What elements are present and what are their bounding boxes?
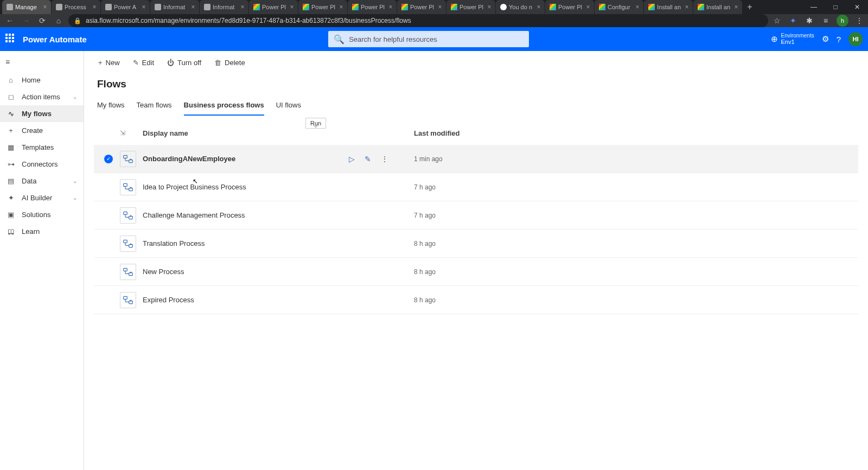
close-icon[interactable]: × [634,3,641,11]
sidebar-item-my-flows[interactable]: ∿My flows [0,105,84,122]
browser-tab[interactable]: Process× [52,0,100,14]
search-input[interactable] [349,35,524,43]
close-icon[interactable]: × [732,3,740,11]
sidebar-item-connectors[interactable]: ⊶Connectors [0,156,84,173]
turn-off-button[interactable]: ⏻Turn off [162,56,207,69]
tab-my-flows[interactable]: My flows [97,98,125,116]
close-icon[interactable]: × [189,3,197,11]
browser-avatar[interactable]: h [837,15,848,27]
sidebar-item-label: Templates [22,143,54,151]
star-icon[interactable]: ☆ [771,16,782,25]
extension-icon[interactable]: ✦ [788,16,799,25]
browser-tab[interactable]: You do n× [496,0,545,14]
browser-tab[interactable]: Power Pl× [545,0,594,14]
close-icon[interactable]: × [140,3,148,11]
tab-team-flows[interactable]: Team flows [137,98,172,116]
hamburger-icon[interactable]: ≡ [0,54,84,72]
home-button[interactable]: ⌂ [52,16,65,25]
close-icon[interactable]: × [535,3,542,11]
browser-tab[interactable]: Power Pl× [298,0,347,14]
close-icon[interactable]: × [683,3,691,11]
browser-tab[interactable]: Install an× [693,0,742,14]
close-icon[interactable]: × [584,3,592,11]
close-window-button[interactable]: ✕ [846,0,868,14]
row-checkbox[interactable] [104,296,113,304]
table-row[interactable]: New Process8 h ago [94,258,858,286]
sidebar-item-create[interactable]: +Create [0,122,84,139]
browser-chrome: Manage×Process×Power A×Informat×Informat… [0,0,868,27]
turn-off-label: Turn off [177,59,201,67]
favicon [451,4,457,10]
back-button[interactable]: ← [3,16,16,25]
browser-tab[interactable]: Power A× [101,0,150,14]
run-icon[interactable]: ▷ [349,155,355,163]
environment-picker[interactable]: ⊕ Environments Env1 [771,33,814,45]
close-icon[interactable]: × [337,3,345,11]
browser-tab[interactable]: Power Pl× [348,0,397,14]
browser-tab[interactable]: Informat× [150,0,199,14]
list-icon[interactable]: ≡ [820,16,831,25]
table-row[interactable]: Idea to Project Business Process7 h ago [94,173,858,201]
sidebar-icon: ✦ [7,194,15,202]
sidebar-item-solutions[interactable]: ▣Solutions [0,206,84,223]
more-icon[interactable]: ⋮ [381,155,388,163]
reload-button[interactable]: ⟳ [36,16,49,25]
browser-tab[interactable]: Informat× [200,0,248,14]
browser-tab[interactable]: Power Pl× [446,0,495,14]
minimize-button[interactable]: — [803,0,825,14]
close-icon[interactable]: × [387,3,394,11]
sidebar-item-home[interactable]: ⌂Home [0,72,84,88]
sidebar-item-ai-builder[interactable]: ✦AI Builder⌄ [0,189,84,206]
browser-tab[interactable]: Install an× [644,0,693,14]
gear-icon[interactable]: ⚙ [822,34,829,44]
sidebar-item-data[interactable]: ▤Data⌄ [0,173,84,189]
url-box[interactable]: 🔒 asia.flow.microsoft.com/manage/environ… [68,14,768,27]
new-tab-button[interactable]: + [743,2,757,12]
table-row[interactable]: ✓OnboardingANewEmployee▷✎⋮1 min ago [94,145,858,173]
user-avatar[interactable]: HI [848,32,863,46]
browser-tab[interactable]: Power Pl× [249,0,298,14]
close-icon[interactable]: × [436,3,444,11]
browser-tab[interactable]: Configur× [595,0,643,14]
row-checkbox-checked[interactable]: ✓ [104,155,113,163]
sidebar-item-label: Data [22,177,36,185]
row-checkbox[interactable] [104,239,113,248]
table-row[interactable]: Expired Process8 h ago [94,286,858,314]
table-row[interactable]: Translation Process8 h ago [94,230,858,258]
flow-name: Idea to Project Business Process [143,183,349,191]
sidebar-icon: ◻ [7,93,15,101]
sidebar-item-templates[interactable]: ▦Templates [0,139,84,156]
lock-icon: 🔒 [74,17,81,24]
edit-button[interactable]: ✎Edit [127,56,159,69]
tab-strip: Manage×Process×Power A×Informat×Informat… [0,0,868,14]
global-search[interactable]: 🔍 [328,31,529,47]
delete-button[interactable]: 🗑Delete [209,56,251,69]
new-button[interactable]: +New [93,56,125,69]
puzzle-icon[interactable]: ✱ [804,16,815,25]
row-checkbox[interactable] [104,183,113,192]
edit-icon[interactable]: ✎ [365,155,371,163]
maximize-button[interactable]: □ [825,0,846,14]
help-icon[interactable]: ? [837,35,841,44]
sidebar-item-action-items[interactable]: ◻Action items⌄ [0,88,84,105]
tab-business-process-flows[interactable]: Business process flows [184,98,264,116]
kebab-icon[interactable]: ⋮ [854,16,865,25]
row-checkbox[interactable] [104,268,113,276]
browser-tab[interactable]: Power Pl× [397,0,446,14]
close-icon[interactable]: × [239,3,246,11]
sidebar-item-learn[interactable]: 🕮Learn [0,223,84,240]
close-icon[interactable]: × [288,3,296,11]
page-title: Flows [84,74,868,92]
close-icon[interactable]: × [91,3,98,11]
table-row[interactable]: Challenge Management Process7 h ago [94,201,858,230]
svg-rect-0 [124,155,127,158]
tab-ui-flows[interactable]: UI flows [276,98,301,116]
close-icon[interactable]: × [486,3,493,11]
forward-button[interactable]: → [20,16,33,25]
last-modified-header[interactable]: Last modified [414,129,855,137]
browser-tab[interactable]: Manage× [2,0,51,14]
row-checkbox[interactable] [104,211,113,220]
sidebar-item-label: Learn [22,227,40,236]
waffle-icon[interactable] [5,34,16,45]
close-icon[interactable]: × [41,3,49,11]
